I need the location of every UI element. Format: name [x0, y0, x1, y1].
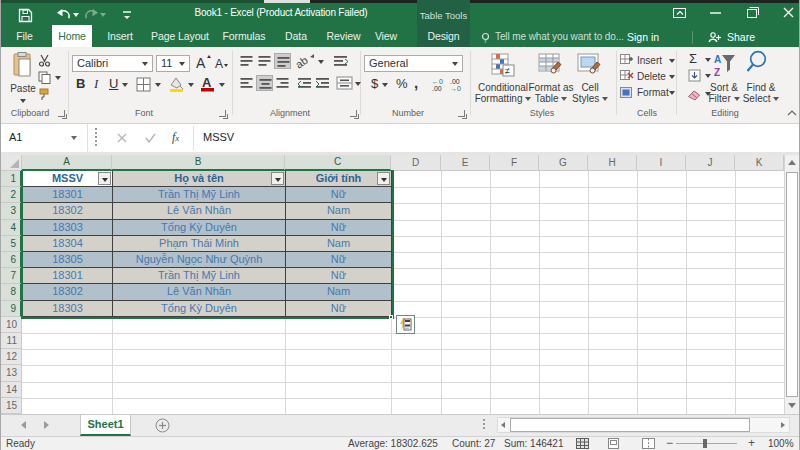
svg-text:Z: Z	[714, 67, 720, 78]
svg-text:A: A	[202, 75, 212, 90]
svg-text:.00: .00	[432, 85, 442, 91]
svg-text:A: A	[714, 54, 721, 65]
svg-text:A: A	[215, 57, 223, 71]
svg-text:.00: .00	[450, 78, 460, 85]
svg-text:ab: ab	[296, 54, 310, 69]
svg-text:≠: ≠	[505, 66, 510, 76]
svg-text:←0: ←0	[432, 78, 443, 85]
svg-text:→0: →0	[450, 85, 461, 91]
svg-text:A: A	[196, 55, 206, 71]
